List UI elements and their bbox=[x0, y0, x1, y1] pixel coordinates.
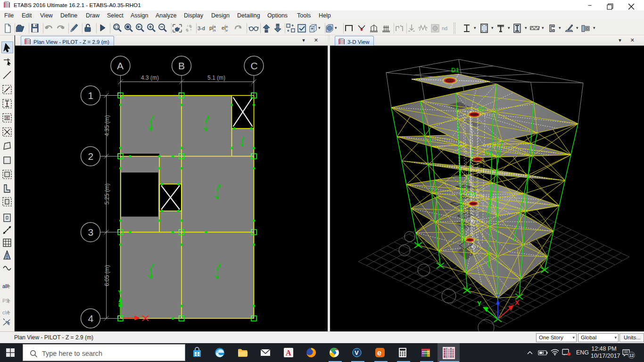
svg-text:2: 2 bbox=[88, 151, 94, 162]
svg-text:D1: D1 bbox=[485, 150, 492, 157]
svg-text:D1: D1 bbox=[479, 106, 486, 112]
svg-text:v: v bbox=[226, 28, 228, 33]
svg-text:all: all bbox=[2, 283, 8, 289]
svg-text:el: el bbox=[222, 25, 226, 31]
svg-text:Y: Y bbox=[118, 289, 123, 296]
svg-text:e: e bbox=[377, 349, 381, 357]
svg-text:3: 3 bbox=[88, 227, 94, 238]
svg-text:4.3 (m): 4.3 (m) bbox=[141, 74, 159, 81]
svg-text:pl: pl bbox=[209, 25, 214, 31]
svg-text:4: 4 bbox=[88, 313, 94, 324]
svg-text:B: B bbox=[178, 60, 185, 71]
svg-text:Y: Y bbox=[477, 300, 482, 307]
svg-text:5.25 (m): 5.25 (m) bbox=[104, 183, 110, 205]
svg-text:A: A bbox=[117, 60, 124, 71]
svg-text:3-d: 3-d bbox=[198, 25, 205, 31]
svg-text:6.05 (m): 6.05 (m) bbox=[104, 265, 110, 286]
svg-text:nd: nd bbox=[442, 25, 447, 31]
svg-text:X: X bbox=[515, 299, 520, 306]
svg-text:5.1 (m): 5.1 (m) bbox=[207, 74, 225, 81]
svg-text:n: n bbox=[214, 28, 215, 33]
svg-text:V: V bbox=[355, 349, 359, 356]
svg-text:4.35 (m): 4.35 (m) bbox=[104, 115, 110, 136]
svg-text:C: C bbox=[251, 60, 258, 71]
svg-text:clr: clr bbox=[2, 310, 8, 315]
svg-text:1: 1 bbox=[88, 90, 94, 101]
svg-text:D1: D1 bbox=[451, 66, 459, 74]
svg-text:D1: D1 bbox=[469, 191, 476, 197]
svg-text:A: A bbox=[286, 349, 291, 357]
